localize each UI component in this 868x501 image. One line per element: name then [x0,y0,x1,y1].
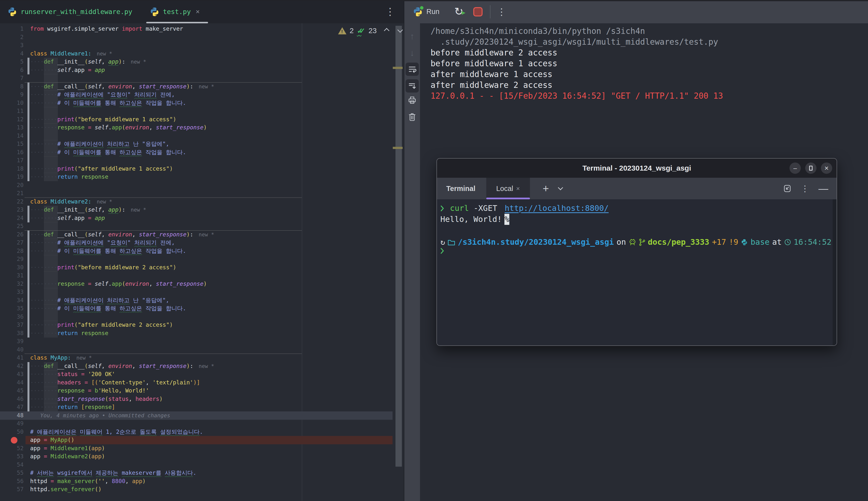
code-line-11[interactable]: 11 [0,107,404,115]
warning-stripe-mark[interactable] [393,67,403,69]
line-number[interactable]: 36 [0,313,23,321]
line-number[interactable]: 14 [0,132,23,140]
line-number[interactable]: 33 [0,288,23,296]
code-line-21[interactable]: 21 [0,189,404,198]
next-occurrence-icon[interactable]: ↓ [404,48,420,58]
code-line-8[interactable]: 8····def __call__(self, environ, start_r… [0,83,404,91]
clear-console-button[interactable] [404,113,420,121]
line-number[interactable]: 17 [0,156,23,165]
line-number[interactable]: 50 [0,428,23,436]
line-number[interactable]: 7 [0,74,23,83]
line-number[interactable]: 43 [0,370,23,379]
code-line-5[interactable]: 5····def __init__(self, app):new * [0,58,404,66]
soft-wrap-button[interactable] [405,63,419,76]
tab-runserver-with-middleware[interactable]: runserver_with_middleware.py [7,0,132,23]
terminal-scrollbar-track[interactable] [833,199,837,346]
editor-kebab-menu-icon[interactable]: ⋮ [385,6,395,18]
terminal-tab-local[interactable]: Local × [486,178,530,199]
new-terminal-tab-icon[interactable]: + [543,182,549,195]
line-number[interactable]: 42 [0,362,23,370]
line-number[interactable]: 54 [0,461,23,469]
terminal-screen[interactable]: curl -XGET http://localhost:8800/Hello, … [437,199,837,346]
line-number[interactable]: 23 [0,206,23,214]
line-number[interactable]: 29 [0,255,23,263]
line-number[interactable]: 30 [0,263,23,272]
line-number[interactable]: 37 [0,321,23,329]
print-button[interactable] [404,96,420,104]
code-line-12[interactable]: 12········print("before middleware 1 acc… [0,115,404,124]
dock-window-icon[interactable] [783,184,791,193]
code-line-37[interactable]: 37········print("after middleware 2 acce… [0,321,404,329]
minimize-button[interactable]: – [790,162,801,174]
code-line-16[interactable]: 16········# 이 미들웨어를 통해 하고싶은 작업을 합니다. [0,148,404,157]
tab-close-icon[interactable]: × [196,8,200,16]
stop-button[interactable] [473,7,482,17]
code-line-17[interactable]: 17 [0,156,404,165]
line-number[interactable]: 25 [0,222,23,231]
line-number[interactable]: 27 [0,238,23,247]
code-line-41[interactable]: 41class MyApp:new * [0,354,404,362]
code-line-22[interactable]: 22class Middleware2:new * [0,198,404,206]
line-number[interactable]: 8 [0,83,23,91]
line-number[interactable]: 49 [0,419,23,428]
warning-stripe-mark[interactable] [393,147,403,149]
line-number[interactable]: 32 [0,280,23,288]
code-line-52[interactable]: 52app = Middleware1(app) [0,444,404,452]
line-number[interactable]: 3 [0,41,23,50]
line-number[interactable]: 41 [0,354,23,362]
line-number[interactable]: 11 [0,107,23,115]
code-line-19[interactable]: 19········return response [0,173,404,181]
code-line-46[interactable]: 46········start_response(status, headers… [0,395,404,403]
code-line-38[interactable]: 38········return response [0,329,404,338]
code-line-43[interactable]: 43········status = '200 OK' [0,370,404,379]
line-number[interactable]: 1 [0,25,23,33]
code-line-36[interactable]: 36 [0,313,404,321]
code-line-18[interactable]: 18········print("after middleware 1 acce… [0,165,404,173]
line-number[interactable]: 26 [0,231,23,239]
breakpoint-icon[interactable] [11,437,18,444]
code-line-57[interactable]: 57httpd.serve_forever() [0,485,404,494]
code-line-51[interactable]: app = MyApp() [0,436,404,444]
line-number[interactable]: 6 [0,66,23,74]
line-number[interactable]: 57 [0,485,23,494]
line-number[interactable]: 2 [0,33,23,42]
line-number[interactable]: 44 [0,379,23,387]
next-problem-icon[interactable] [398,27,403,33]
line-number[interactable]: 28 [0,247,23,255]
line-number[interactable]: 24 [0,214,23,222]
line-number[interactable]: 10 [0,99,23,107]
inspections-widget[interactable]: ! 2 ✓✓ 23 [338,25,402,36]
line-number[interactable]: 52 [0,444,23,452]
code-line-47[interactable]: 47········return [response] [0,403,404,412]
line-number[interactable]: 55 [0,469,23,477]
line-number[interactable]: 38 [0,329,23,338]
code-line-34[interactable]: 34········# 애플리케이션이 처리하고 난 "응답에", [0,296,404,305]
code-line-55[interactable]: 55# 서버는 wsgiref에서 제공하는 makeserver를 사용합시다… [0,469,404,477]
code-line-13[interactable]: 13········response = self.app(environ, s… [0,124,404,132]
code-line-27[interactable]: 27········# 애플리케이션에 "요청이" 처리되기 전에, [0,238,404,247]
line-number[interactable]: 45 [0,387,23,395]
terminal-titlebar[interactable]: Terminal - 20230124_wsgi_asgi – × [437,159,837,178]
code-line-14[interactable]: 14 [0,132,404,140]
line-number[interactable]: 19 [0,173,23,181]
code-line-35[interactable]: 35········# 이 미들웨어를 통해 하고싶은 작업을 합니다. [0,305,404,313]
line-number[interactable]: 20 [0,181,23,190]
line-number[interactable]: 39 [0,337,23,345]
code-line-56[interactable]: 56httpd = make_server('', 8800, app) [0,477,404,486]
line-number[interactable]: 15 [0,140,23,148]
code-line-49[interactable]: 49 [0,419,404,428]
code-line-40[interactable]: 40 [0,345,404,354]
code-line-50[interactable]: 50# 애플리케이션은 미들웨어 1, 2순으로 돌도록 설정되었습니다. [0,428,404,436]
tab-test-py[interactable]: test.py × [150,0,200,23]
code-line-23[interactable]: 23····def __init__(self, app):new * [0,206,404,214]
line-number[interactable]: 31 [0,271,23,280]
code-line-30[interactable]: 30········print("before middleware 2 acc… [0,263,404,272]
code-line-31[interactable]: 31 [0,271,404,280]
code-line-48[interactable]: 48You, 4 minutes ago • Uncommitted chang… [0,412,404,420]
line-number[interactable]: 9 [0,90,23,99]
code-line-15[interactable]: 15········# 애플리케이션이 처리하고 난 "응답에", [0,140,404,148]
code-line-29[interactable]: 29 [0,255,404,263]
line-number[interactable]: 46 [0,395,23,403]
terminal-options-kebab-icon[interactable]: ⋮ [801,184,809,193]
code-line-25[interactable]: 25 [0,222,404,231]
